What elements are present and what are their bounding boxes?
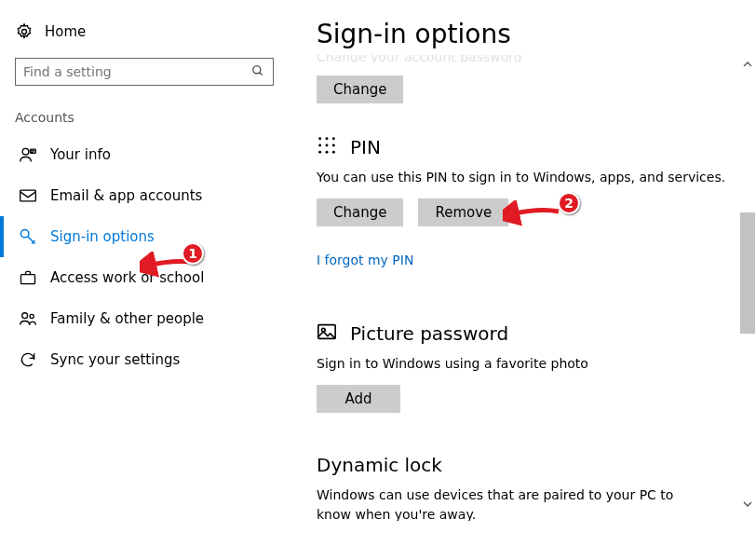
sidebar-item-sync-settings[interactable]: Sync your settings	[0, 339, 289, 380]
sidebar-item-label: Sign-in options	[50, 228, 155, 245]
pin-title: PIN	[350, 136, 381, 158]
svg-point-15	[318, 144, 321, 147]
search-container	[0, 58, 289, 106]
scroll-thumb[interactable]	[740, 212, 755, 334]
gear-icon	[15, 22, 34, 41]
scroll-track[interactable]	[739, 73, 756, 516]
svg-point-19	[326, 151, 329, 154]
key-icon	[19, 227, 37, 246]
search-box[interactable]	[15, 58, 274, 86]
sidebar-item-email-accounts[interactable]: Email & app accounts	[0, 175, 289, 216]
svg-point-1	[253, 65, 261, 73]
svg-point-8	[21, 230, 29, 238]
pin-pad-icon	[317, 135, 337, 158]
search-icon	[243, 64, 273, 80]
sidebar-item-label: Your info	[50, 146, 111, 163]
svg-point-18	[318, 151, 321, 154]
svg-point-0	[22, 30, 27, 34]
pin-remove-button[interactable]: Remove	[418, 198, 508, 226]
sidebar-item-label: Email & app accounts	[50, 187, 202, 204]
password-change-button[interactable]: Change	[317, 75, 403, 103]
svg-rect-7	[20, 190, 36, 201]
sync-icon	[19, 350, 37, 369]
category-label: Accounts	[0, 106, 289, 134]
svg-point-13	[326, 137, 329, 140]
svg-line-2	[260, 72, 263, 75]
scroll-up-arrow[interactable]	[739, 56, 756, 73]
picpwd-title: Picture password	[350, 322, 508, 345]
dynamic-lock-section: Dynamic lock Windows can use devices tha…	[317, 454, 732, 521]
dynlock-desc: Windows can use devices that are paired …	[317, 485, 708, 521]
dynlock-title: Dynamic lock	[317, 454, 442, 476]
sidebar-item-your-info[interactable]: Your info	[0, 134, 289, 175]
svg-point-12	[318, 137, 321, 140]
person-icon	[19, 145, 37, 164]
svg-point-17	[332, 144, 335, 147]
picpwd-desc: Sign in to Windows using a favorite phot…	[317, 354, 732, 374]
sidebar-item-label: Family & other people	[50, 310, 204, 327]
picpwd-add-button[interactable]: Add	[317, 385, 400, 413]
pin-change-button[interactable]: Change	[317, 198, 403, 226]
svg-point-14	[332, 137, 335, 140]
sidebar-item-sign-in-options[interactable]: Sign-in options	[0, 216, 289, 257]
people-icon	[19, 309, 37, 328]
svg-point-16	[326, 144, 329, 147]
picture-password-section: Picture password Sign in to Windows usin…	[317, 321, 732, 413]
svg-rect-9	[21, 275, 35, 284]
sidebar-item-label: Access work or school	[50, 269, 204, 286]
home-nav[interactable]: Home	[0, 17, 289, 58]
mail-icon	[19, 186, 37, 205]
truncated-desc: Change your account password	[317, 55, 732, 62]
nav-list: Your info Email & app accounts Sign-in o…	[0, 134, 289, 380]
svg-point-11	[30, 314, 34, 318]
svg-point-3	[22, 148, 29, 155]
main-content: Sign-in options Change your account pass…	[289, 0, 756, 533]
sidebar-item-label: Sync your settings	[50, 351, 180, 368]
image-icon	[317, 321, 337, 345]
pin-section: PIN You can use this PIN to sign in to W…	[317, 135, 732, 267]
sidebar-item-family-people[interactable]: Family & other people	[0, 298, 289, 339]
svg-point-20	[332, 151, 335, 154]
scroll-down-arrow[interactable]	[739, 496, 756, 512]
sidebar-item-access-work-school[interactable]: Access work or school	[0, 257, 289, 298]
forgot-pin-link[interactable]: I forgot my PIN	[317, 253, 413, 267]
search-input[interactable]	[16, 59, 243, 85]
settings-sidebar: Home Accounts	[0, 0, 289, 533]
briefcase-icon	[19, 268, 37, 287]
scroll-area: Change your account password Change	[317, 55, 732, 521]
pin-desc: You can use this PIN to sign in to Windo…	[317, 168, 732, 187]
home-label: Home	[45, 23, 86, 40]
vertical-scrollbar[interactable]	[739, 56, 756, 533]
svg-point-10	[22, 313, 28, 319]
page-title: Sign-in options	[317, 19, 732, 49]
